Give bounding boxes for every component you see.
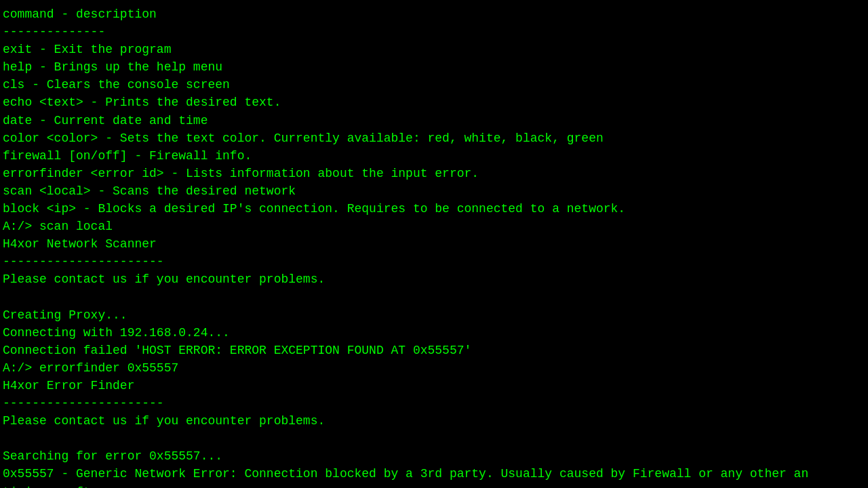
terminal-line: exit - Exit the program — [3, 41, 865, 58]
terminal-line: Connection failed 'HOST ERROR: ERROR EXC… — [3, 342, 865, 359]
terminal-line: Please contact us if you encounter probl… — [3, 412, 865, 430]
terminal-line: cls - Clears the console screen — [3, 76, 865, 94]
terminal-line: errorfinder <error id> - Lists informati… — [3, 165, 865, 182]
terminal-line: A:/> errorfinder 0x55557 — [3, 359, 865, 377]
terminal-line: Connecting with 192.168.0.24... — [3, 324, 865, 342]
terminal-line: help - Brings up the help menu — [3, 58, 865, 76]
terminal-output: command - description--------------exit … — [3, 5, 865, 488]
terminal-line: date - Current date and time — [3, 112, 865, 129]
terminal-line: color <color> - Sets the text color. Cur… — [3, 129, 865, 147]
terminal-line: Searching for error 0x55557... — [3, 447, 865, 465]
terminal-line: command - description — [3, 5, 865, 23]
terminal-line: tivirus software. — [3, 483, 865, 488]
terminal-line: H4xor Network Scanner — [3, 235, 865, 253]
terminal-line — [3, 289, 865, 306]
terminal-line: Please contact us if you encounter probl… — [3, 270, 865, 288]
terminal-line: block <ip> - Blocks a desired IP's conne… — [3, 200, 865, 218]
terminal-line: scan <local> - Scans the desired network — [3, 182, 865, 200]
terminal-line: H4xor Error Finder — [3, 377, 865, 394]
terminal-line: Creating Proxy... — [3, 306, 865, 324]
terminal-line: ---------------------- — [3, 394, 865, 412]
terminal-line: firewall [on/off] - Firewall info. — [3, 147, 865, 165]
terminal-line: -------------- — [3, 23, 865, 41]
terminal-line: 0x55557 - Generic Network Error: Connect… — [3, 465, 865, 483]
terminal-line: A:/> scan local — [3, 218, 865, 235]
terminal-line — [3, 430, 865, 447]
terminal-line: ---------------------- — [3, 253, 865, 270]
terminal-line: echo <text> - Prints the desired text. — [3, 94, 865, 111]
